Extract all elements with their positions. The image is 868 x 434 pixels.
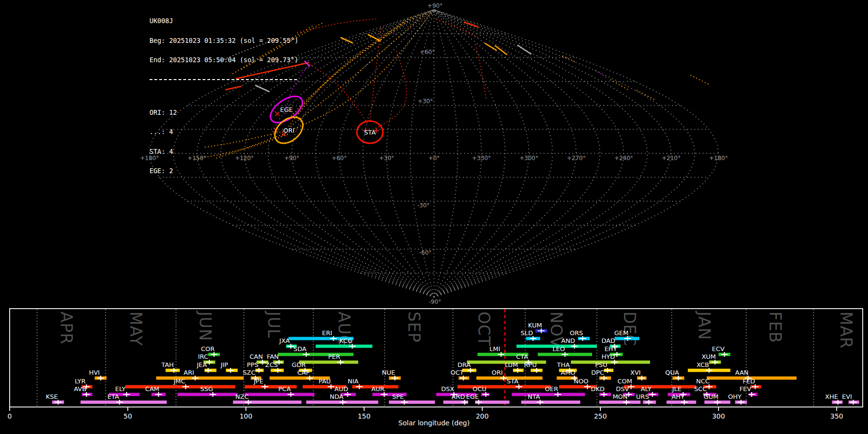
meteor-track <box>691 75 710 85</box>
shower-label-AMO: AMO <box>561 369 575 376</box>
meteor-track <box>595 70 608 79</box>
shower-label-OHY: OHY <box>728 393 742 400</box>
count-line: STA: 4 <box>149 149 298 155</box>
shower-label-ARI: ARI <box>184 369 194 376</box>
shower-label-QUA: QUA <box>665 369 679 376</box>
month-label-MAY: MAY <box>126 312 145 346</box>
shower-label-DPC: DPC <box>591 369 604 376</box>
longitude-tick-label: +180° <box>709 155 728 162</box>
longitude-tick-label: +240° <box>614 155 633 162</box>
shower-label-RPU: RPU <box>524 361 537 368</box>
meteor-track <box>373 51 407 129</box>
meridian-line <box>315 10 434 297</box>
shower-label-GUM: GUM <box>704 393 719 400</box>
shower-label-CAN: CAN <box>249 353 263 360</box>
shower-label-GDR: GDR <box>292 361 306 368</box>
shower-label-DAD: DAD <box>601 337 615 344</box>
radiant-label-STA: STA <box>364 129 376 136</box>
shower-label-ALY: ALY <box>641 385 651 393</box>
shower-label-JIP: JIP <box>220 361 228 368</box>
shower-label-HYD: HYD <box>602 353 615 360</box>
shower-label-FEV: FEV <box>739 385 751 393</box>
shower-label-NZC: NZC <box>235 393 249 400</box>
activity-bar-COM <box>624 385 696 389</box>
shower-label-PCA: PCA <box>278 385 291 393</box>
shower-label-LEO: LEO <box>553 345 565 353</box>
shower-label-JMC: JMC <box>173 378 185 385</box>
count-line: EGE: 2 <box>149 168 298 175</box>
shower-label-OCU: OCU <box>473 385 487 393</box>
shower-label-KUM: KUM <box>528 322 542 329</box>
shower-label-PSU: PSU <box>595 361 608 368</box>
meridian-line <box>434 10 600 297</box>
shower-label-XHE: XHE <box>825 393 838 400</box>
shower-label-AUD: AUD <box>335 385 348 393</box>
latitude-tick-label: +90° <box>427 2 442 9</box>
shower-label-MON: MON <box>612 393 627 400</box>
shower-label-KSE: KSE <box>46 393 58 400</box>
shower-label-ELY: ELY <box>115 385 126 393</box>
shower-label-PAU: PAU <box>319 378 331 385</box>
longitude-tick-label: +60° <box>332 155 347 162</box>
shower-label-CTA: CTA <box>516 353 528 360</box>
shower-label-XUM: XUM <box>702 353 716 360</box>
station-id: UK008J <box>149 18 298 25</box>
month-label-SEP: SEP <box>405 312 423 343</box>
shower-label-OCT: OCT <box>450 369 463 376</box>
meteor-segment <box>518 45 531 54</box>
x-axis-title: Solar longitude (deg) <box>0 419 868 427</box>
latitude-tick-label: +60° <box>420 49 434 55</box>
shower-label-STA: STA <box>507 378 518 385</box>
shower-label-ARD: ARD <box>451 393 465 400</box>
meteor-track <box>637 90 655 100</box>
shower-label-FAN: FAN <box>267 353 279 360</box>
meteor-track <box>292 13 431 129</box>
shower-label-ORS: ORS <box>570 329 583 337</box>
shower-label-AND: AND <box>561 337 575 344</box>
shower-label-XCB: XCB <box>696 361 709 368</box>
meteor-track <box>475 44 486 100</box>
count-line: ...: 4 <box>149 129 298 136</box>
shower-label-SCC: SCC <box>694 385 706 393</box>
shower-label-SZC: SZC <box>243 369 256 376</box>
shower-label-NDA: NDA <box>330 393 344 400</box>
shower-label-CAP: CAP <box>297 369 310 376</box>
activity-bar-ETA <box>81 401 167 404</box>
activity-bar-NTA <box>521 401 581 404</box>
meridian-line <box>434 10 458 297</box>
shower-label-DKD: DKD <box>591 385 605 393</box>
shower-label-PPS: PPS <box>247 361 258 368</box>
meteor-segment <box>341 38 353 43</box>
activity-bar-PCA <box>245 393 315 396</box>
activity-bar-PER <box>299 361 358 364</box>
meridian-line <box>434 10 529 297</box>
shower-label-JXA: JXA <box>279 337 290 344</box>
shower-label-EVI: EVI <box>842 393 852 400</box>
shower-label-ORI: ORI <box>492 369 503 376</box>
shower-label-HVI: HVI <box>89 369 100 376</box>
shower-label-DSX: DSX <box>441 385 454 393</box>
shower-label-PER: PER <box>328 353 340 360</box>
shower-label-AUR: AUR <box>371 385 384 393</box>
activity-bar-SPE <box>389 401 435 404</box>
longitude-tick-label: +30° <box>379 155 394 162</box>
meteor-track <box>291 17 411 119</box>
shower-label-NTA: NTA <box>528 393 540 400</box>
latitude-tick-label: -60° <box>419 249 432 256</box>
meteor-track <box>290 14 425 127</box>
shower-label-LYR: LYR <box>75 378 86 385</box>
month-label-JAN: JAN <box>695 311 714 340</box>
shower-label-AAN: AAN <box>735 369 748 376</box>
shower-label-COR: COR <box>201 345 215 353</box>
shower-label-KCG: KCG <box>339 337 353 344</box>
month-label-APR: APR <box>57 312 76 344</box>
longitude-tick-label: +330° <box>472 155 491 162</box>
shower-label-ZCS: ZCS <box>265 361 278 368</box>
meteor-track <box>370 28 381 123</box>
meridian-line <box>434 10 695 297</box>
shower-label-SDA: SDA <box>294 345 307 353</box>
shower-label-ETA: ETA <box>108 393 119 400</box>
plot-canvas: +180°+150°+120°+90°+60°+30°+0°+330°+300°… <box>0 0 868 434</box>
activity-bar-SSG <box>177 393 238 396</box>
shower-label-AHY: AHY <box>672 393 685 400</box>
